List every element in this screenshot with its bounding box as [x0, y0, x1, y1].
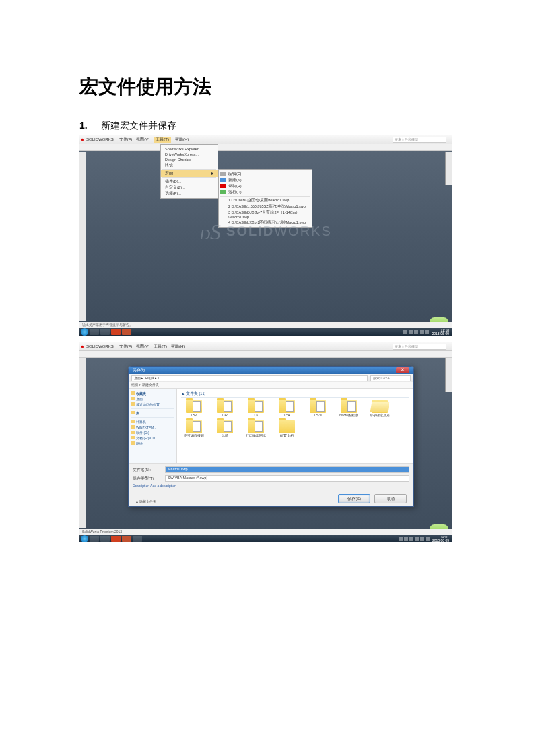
- sidebar-item[interactable]: WIN7XTFM...: [131, 424, 174, 430]
- sidebar-item[interactable]: 软件 (D:): [131, 430, 174, 435]
- macro-run[interactable]: 运行(U): [219, 189, 312, 195]
- dialog-toolbar: 组织 ▾ 新建文件夹: [129, 382, 413, 389]
- sidebar-item[interactable]: 文档 (E:)\CD...: [131, 435, 174, 441]
- folder-item[interactable]: 命令键定义器: [367, 400, 393, 417]
- taskbar-icon[interactable]: [133, 536, 142, 542]
- folder-item[interactable]: 配置文档: [274, 420, 300, 437]
- tray-icon[interactable]: [414, 330, 418, 334]
- folder-item[interactable]: 打印输出图纸: [243, 420, 269, 437]
- app-name: SOLIDWORKS: [86, 344, 114, 348]
- menu-design-checker[interactable]: Design Checker: [161, 157, 218, 162]
- sidebar-item[interactable]: 桌面: [131, 396, 174, 402]
- folder-item[interactable]: 以前: [212, 420, 238, 437]
- taskbar-icon[interactable]: [100, 329, 110, 335]
- taskbar-icon[interactable]: [90, 536, 99, 542]
- search-input[interactable]: 搜索文件和模型: [393, 344, 446, 350]
- taskbar-icon[interactable]: [111, 536, 121, 542]
- file-list: ▲ 文件夹 (11) 053 032 1.6 1.54 1.570 macro图…: [177, 389, 413, 463]
- page-title: 宏文件使用方法: [79, 74, 460, 100]
- dialog-search-input[interactable]: 搜索 CASE: [370, 375, 411, 381]
- screenshot-2: ◉ SOLIDWORKS 文件(F) 视图(V) 工具(T) 帮助(H) 搜索文…: [79, 342, 452, 542]
- macro-edit[interactable]: 编辑(E)...: [219, 171, 312, 177]
- folder-item[interactable]: 1.570: [305, 400, 331, 417]
- left-panel: [79, 152, 86, 321]
- toolbar: [79, 144, 452, 151]
- menu-options[interactable]: 选项(P)...: [161, 191, 218, 197]
- filetype-select[interactable]: SW VBA Macros (*.swp): [165, 475, 409, 482]
- tray-icon[interactable]: [404, 537, 408, 541]
- clock: 11:18 2013-06-09: [430, 329, 450, 336]
- tray-icon[interactable]: [409, 537, 413, 541]
- macro-recent-2[interactable]: 2 D:\CASE\1.660\765SZ蒸汽冲洗\Macro1.swp: [219, 203, 312, 210]
- menubar: ◉ SOLIDWORKS 文件(F) 视图(V) 工具(T) 帮助(H) 搜索文…: [79, 342, 452, 351]
- start-button[interactable]: [81, 328, 88, 336]
- solidworks-watermark: DS SOLIDWORKS: [199, 221, 332, 243]
- macro-record[interactable]: 录制(R): [219, 183, 312, 189]
- left-panel: [79, 358, 86, 528]
- taskbar-icon[interactable]: [111, 329, 121, 335]
- tools-dropdown: SolidWorks Explorer... DriveWorksXpress.…: [160, 144, 218, 199]
- cancel-button[interactable]: 取消: [374, 494, 407, 503]
- description-link[interactable]: Description Add a description: [133, 484, 409, 488]
- close-button[interactable]: ✕: [396, 367, 409, 373]
- step-text: 新建宏文件并保存: [101, 120, 176, 131]
- search-input[interactable]: 搜索文件和模型: [393, 137, 446, 143]
- filename-label: 文件名(N):: [133, 468, 165, 472]
- tray-icon[interactable]: [420, 537, 424, 541]
- folder-item[interactable]: 1.6: [243, 400, 269, 417]
- save-button[interactable]: 保存(S): [338, 494, 370, 503]
- menu-tools[interactable]: 工具(T): [154, 344, 167, 350]
- tray-icon[interactable]: [403, 330, 407, 334]
- folder-item[interactable]: 1.54: [274, 400, 300, 417]
- menu-tools[interactable]: 工具(T): [154, 137, 171, 143]
- taskbar-icon[interactable]: [122, 329, 131, 335]
- menu-driveworks[interactable]: DriveWorksXpress...: [161, 152, 218, 157]
- tray-icon[interactable]: [420, 330, 424, 334]
- sidebar-item[interactable]: 最近访问的位置: [131, 402, 174, 407]
- taskbar-icon[interactable]: [100, 536, 110, 542]
- folder-item[interactable]: macro图程序: [336, 400, 362, 417]
- start-button[interactable]: [81, 535, 88, 542]
- menu-view[interactable]: 视图(V): [136, 137, 149, 143]
- sidebar-network[interactable]: 网络: [131, 441, 174, 446]
- sidebar-computer[interactable]: 计算机: [131, 419, 174, 424]
- folder-item[interactable]: 053: [181, 400, 207, 417]
- menu-customize[interactable]: 自定义(Z)...: [161, 185, 218, 191]
- statusbar: 说出扬声器用于声音提示与警告。: [79, 322, 452, 328]
- menu-addins[interactable]: 插件(D)...: [161, 179, 218, 185]
- sidebar-library[interactable]: 库: [131, 410, 174, 416]
- menu-view[interactable]: 视图(V): [136, 344, 149, 350]
- dialog-sidebar: 收藏夹 桌面 最近访问的位置 库 计算机 WIN7XTFM... 软件 (D:)…: [129, 389, 177, 463]
- taskbar-icon[interactable]: [122, 536, 131, 542]
- solidworks-logo-icon: ◉: [81, 344, 84, 348]
- menu-file[interactable]: 文件(F): [119, 137, 133, 143]
- filename-input[interactable]: Macro1.swp: [165, 466, 409, 473]
- tray-icon[interactable]: [415, 537, 419, 541]
- windows-taskbar: 11:18 2013-06-09: [79, 328, 452, 336]
- section-header: ▲ 文件夹 (11): [181, 391, 409, 398]
- dialog-title-text: 另存为: [133, 367, 145, 373]
- windows-taskbar: 14:01 2013 06 09: [79, 535, 452, 542]
- menu-help[interactable]: 帮助(H): [175, 137, 189, 143]
- sidebar-favorites[interactable]: 收藏夹: [131, 391, 174, 396]
- menu-solidworks-explorer[interactable]: SolidWorks Explorer...: [161, 146, 218, 152]
- tray-icon[interactable]: [426, 537, 430, 541]
- statusbar: SolidWorks Premium 2013: [79, 529, 452, 535]
- menu-macro[interactable]: 宏(M)▸: [161, 170, 218, 177]
- macro-submenu: 编辑(E)... 新建(N)... 录制(R) 运行(U) 1 C:\Users…: [218, 169, 312, 228]
- macro-new[interactable]: 新建(N)...: [219, 177, 312, 183]
- tray-icon[interactable]: [425, 330, 429, 334]
- menu-compare[interactable]: 比较: [161, 162, 218, 168]
- taskbar-icon[interactable]: [90, 329, 99, 335]
- path-input[interactable]: 桌面 ▸ ↳电脑 ▸ L: [131, 375, 368, 381]
- menu-file[interactable]: 文件(F): [119, 344, 133, 350]
- folder-item[interactable]: 032: [212, 400, 238, 417]
- tray-icon[interactable]: [399, 537, 403, 541]
- macro-recent-1[interactable]: 1 C:\Users\赵国仓\桌面\Macro1.swp: [219, 197, 312, 203]
- macro-recent-3[interactable]: 3 D:\CASE\DJXGz-7人泵站2F（1-14Cm）\Macro1.sw…: [219, 210, 312, 220]
- menu-help[interactable]: 帮助(H): [171, 344, 185, 350]
- right-panel: [445, 358, 452, 392]
- tray-icon[interactable]: [409, 330, 413, 334]
- folder-item[interactable]: 不可编程按钮: [181, 420, 207, 437]
- hide-folders-toggle[interactable]: ▲ 隐藏文件夹: [135, 499, 156, 503]
